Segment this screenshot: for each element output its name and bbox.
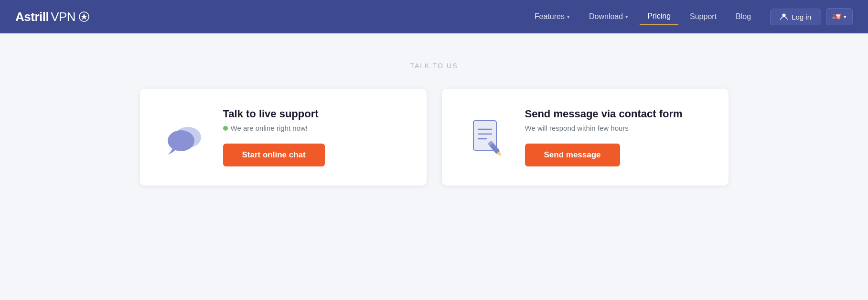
online-status-text: We are online right now! bbox=[231, 124, 308, 132]
nav-pricing-label: Pricing bbox=[647, 12, 671, 20]
nav-features[interactable]: Features ▾ bbox=[527, 9, 578, 25]
live-support-card: Talk to live support We are online right… bbox=[140, 89, 427, 186]
nav-features-label: Features bbox=[535, 12, 565, 21]
contact-form-body: Send message via contact form We will re… bbox=[525, 108, 683, 166]
logo[interactable]: AstrillVPN bbox=[15, 10, 89, 24]
logo-text-bold: Astrill bbox=[15, 10, 49, 24]
nav-support[interactable]: Support bbox=[682, 9, 724, 25]
section-label: TALK TO US bbox=[38, 62, 830, 70]
contact-form-title: Send message via contact form bbox=[525, 108, 683, 120]
nav-pricing[interactable]: Pricing bbox=[640, 8, 678, 25]
chevron-down-icon: ▾ bbox=[844, 14, 847, 20]
chevron-down-icon: ▾ bbox=[625, 14, 628, 20]
contact-form-subtitle-text: We will respond within few hours bbox=[525, 124, 629, 132]
svg-marker-1 bbox=[81, 13, 87, 20]
logo-text-light: VPN bbox=[51, 10, 75, 24]
logo-star-icon bbox=[79, 11, 89, 22]
cards-container: Talk to live support We are online right… bbox=[38, 89, 830, 186]
live-support-title: Talk to live support bbox=[223, 108, 325, 120]
language-button[interactable]: 🇺🇸 ▾ bbox=[826, 8, 853, 25]
main-content: TALK TO US Talk to live support We are o… bbox=[0, 33, 868, 300]
nav-blog-label: Blog bbox=[736, 12, 751, 21]
flag-icon: 🇺🇸 bbox=[832, 12, 841, 21]
live-support-body: Talk to live support We are online right… bbox=[223, 108, 325, 166]
svg-point-4 bbox=[168, 130, 194, 151]
user-icon bbox=[780, 13, 788, 21]
login-label: Log in bbox=[792, 13, 811, 21]
nav-download[interactable]: Download ▾ bbox=[581, 9, 636, 25]
nav-support-label: Support bbox=[690, 12, 717, 21]
navbar: AstrillVPN Features ▾ Download ▾ Pricing… bbox=[0, 0, 868, 33]
login-button[interactable]: Log in bbox=[770, 9, 821, 25]
online-status-dot bbox=[223, 126, 228, 131]
live-support-subtitle: We are online right now! bbox=[223, 124, 325, 132]
nav-links: Features ▾ Download ▾ Pricing Support Bl… bbox=[527, 8, 759, 25]
contact-form-subtitle: We will respond within few hours bbox=[525, 124, 683, 132]
send-message-button[interactable]: Send message bbox=[525, 144, 620, 166]
chevron-down-icon: ▾ bbox=[567, 14, 570, 20]
nav-blog[interactable]: Blog bbox=[728, 9, 759, 25]
nav-download-label: Download bbox=[589, 12, 623, 21]
chat-icon bbox=[163, 116, 206, 159]
start-chat-button[interactable]: Start online chat bbox=[223, 144, 325, 166]
contact-form-icon bbox=[465, 116, 508, 159]
contact-form-card: Send message via contact form We will re… bbox=[442, 89, 729, 186]
